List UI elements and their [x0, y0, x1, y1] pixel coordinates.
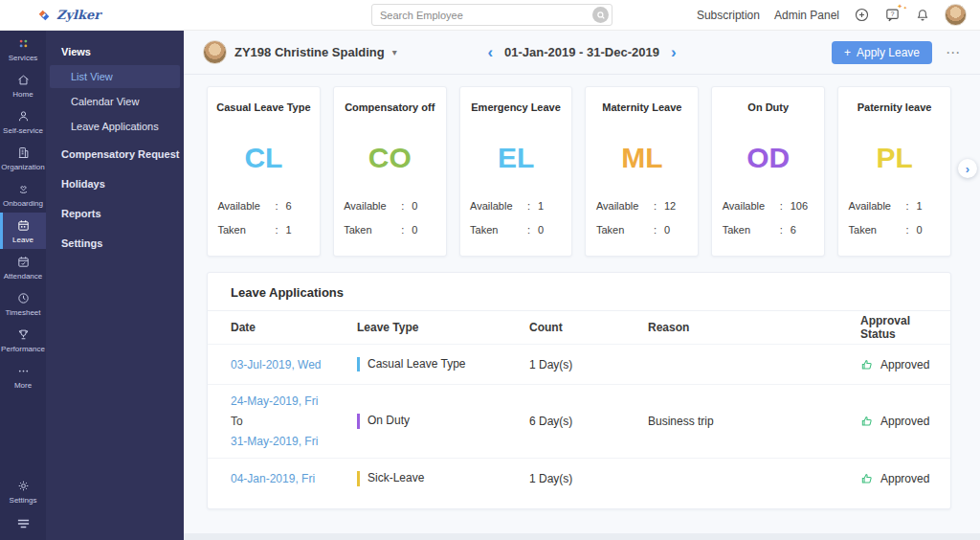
main-content: ZY198 Christine Spalding ▾ ‹ 01-Jan-2019…: [184, 31, 980, 540]
collapse-sidebar-icon[interactable]: [0, 509, 46, 540]
chevron-down-icon: ▾: [392, 47, 397, 57]
sidebar-item-services[interactable]: Services: [0, 31, 46, 67]
leave-applications-card: Leave Applications Date Leave Type Count…: [207, 272, 951, 509]
employee-avatar: [203, 40, 227, 64]
leave-code: PL: [838, 144, 950, 172]
table-row[interactable]: 04-Jan-2019, Fri Sick-Leave 1 Day(s) App…: [208, 459, 950, 499]
more-options-icon[interactable]: ⋯: [946, 44, 961, 61]
nav-list-view[interactable]: List View: [50, 65, 180, 88]
person-icon: [16, 109, 31, 124]
leave-count: 1 Day(s): [529, 472, 648, 485]
leave-date-link[interactable]: 03-Jul-2019, Wed: [231, 358, 357, 371]
subscription-link[interactable]: Subscription: [697, 9, 760, 22]
sidebar-item-self-service[interactable]: Self-service: [0, 103, 46, 140]
user-avatar[interactable]: [945, 4, 967, 26]
leave-count: 6 Day(s): [529, 415, 648, 428]
page-bottom-strip: [184, 533, 980, 540]
prev-period-icon[interactable]: ‹: [487, 44, 493, 60]
leave-date-link[interactable]: 04-Jan-2019, Fri: [231, 472, 357, 485]
nav-compensatory-request[interactable]: Compensatory Request: [46, 141, 184, 168]
leave-code: OD: [712, 144, 824, 172]
table-title: Leave Applications: [208, 273, 950, 311]
table-row[interactable]: 24-May-2019, Fri To 31-May-2019, Fri On …: [208, 385, 950, 459]
brand-name: Zylker: [56, 8, 100, 22]
add-icon[interactable]: [854, 7, 870, 23]
leave-type: Sick-Leave: [357, 471, 529, 486]
leave-date-from-link[interactable]: 24-May-2019, Fri: [231, 394, 357, 408]
sidebar-item-settings[interactable]: Settings: [0, 473, 46, 509]
sidebar-item-leave[interactable]: Leave: [0, 213, 46, 249]
leave-code: EL: [460, 144, 572, 172]
approval-status: Approved: [860, 358, 929, 371]
top-bar: Zylker Subscription Admin Panel ? ✦ ✦: [0, 0, 980, 31]
sparkle-icon: ✦: [897, 3, 902, 10]
zylker-logo-icon: [36, 8, 52, 23]
leave-code: ML: [586, 144, 698, 172]
onboarding-icon: [16, 182, 31, 196]
svg-text:?: ?: [891, 11, 895, 18]
sidebar-item-timesheet[interactable]: Timesheet: [0, 285, 46, 322]
admin-panel-link[interactable]: Admin Panel: [774, 9, 839, 22]
leave-card-maternity[interactable]: Maternity Leave ML Available:12 Taken:0: [585, 86, 699, 257]
col-date: Date: [231, 321, 357, 334]
table-row[interactable]: 03-Jul-2019, Wed Casual Leave Type 1 Day…: [208, 345, 950, 385]
thumbs-up-icon: [860, 358, 874, 371]
sidebar-item-organization[interactable]: Organization: [0, 140, 46, 176]
search-input[interactable]: [372, 10, 592, 21]
leave-card-casual[interactable]: Casual Leave Type CL Available:6 Taken:1: [207, 86, 321, 257]
next-period-icon[interactable]: ›: [671, 44, 677, 60]
employee-selector[interactable]: ZY198 Christine Spalding ▾: [203, 40, 397, 64]
leave-reason: Business trip: [648, 415, 860, 428]
building-icon: [16, 146, 31, 160]
zylker-logo[interactable]: Zylker: [36, 8, 100, 23]
gear-icon: [16, 479, 31, 493]
nav-calendar-view[interactable]: Calendar View: [50, 90, 180, 113]
main-header: ZY198 Christine Spalding ▾ ‹ 01-Jan-2019…: [184, 31, 980, 75]
approval-status: Approved: [860, 472, 929, 485]
sidebar-item-attendance[interactable]: Attendance: [0, 249, 46, 285]
attendance-calendar-check-icon: [16, 255, 31, 269]
sidebar-item-onboarding[interactable]: Onboarding: [0, 176, 46, 213]
leave-type: On Duty: [357, 414, 529, 429]
trophy-icon: [16, 327, 31, 342]
leave-card-compensatory[interactable]: Compensatory off CO Available:0 Taken:0: [333, 86, 447, 257]
leave-card-emergency[interactable]: Emergency Leave EL Available:1 Taken:0: [459, 86, 573, 257]
leave-count: 1 Day(s): [529, 358, 648, 371]
date-range-nav: ‹ 01-Jan-2019 - 31-Dec-2019 ›: [487, 44, 676, 60]
plus-icon: +: [844, 46, 851, 59]
sidebar-item-performance[interactable]: Performance: [0, 322, 46, 358]
to-label: To: [231, 415, 357, 428]
leave-calendar-icon: [16, 218, 31, 233]
nav-reports[interactable]: Reports: [46, 200, 184, 227]
employee-search: [371, 4, 612, 26]
header-actions: + Apply Leave ⋯: [832, 41, 961, 64]
leave-date-to-link[interactable]: 31-May-2019, Fri: [231, 435, 357, 448]
leave-code: CO: [334, 144, 446, 172]
sidebar-item-home[interactable]: Home: [0, 67, 46, 103]
nav-holidays[interactable]: Holidays: [46, 170, 184, 197]
sparkle-icon: ✦: [903, 6, 907, 11]
leave-code: CL: [208, 144, 320, 172]
thumbs-up-icon: [860, 415, 874, 428]
employee-name: ZY198 Christine Spalding: [234, 45, 385, 59]
leave-card-paternity[interactable]: Paternity leave PL Available:1 Taken:0: [837, 86, 951, 257]
col-reason: Reason: [648, 321, 860, 334]
col-count: Count: [529, 321, 648, 334]
col-leave-type: Leave Type: [357, 321, 529, 334]
nav-settings[interactable]: Settings: [46, 230, 184, 257]
date-range[interactable]: 01-Jan-2019 - 31-Dec-2019: [504, 45, 659, 59]
apply-leave-button[interactable]: + Apply Leave: [832, 41, 932, 64]
help-chat-icon[interactable]: ? ✦ ✦: [884, 7, 901, 23]
leave-nav-panel: Views List View Calendar View Leave Appl…: [46, 31, 184, 540]
notifications-bell-icon[interactable]: [915, 8, 930, 23]
topbar-actions: Subscription Admin Panel ? ✦ ✦: [697, 4, 980, 26]
cards-next-icon[interactable]: ›: [958, 159, 977, 178]
search-icon[interactable]: [592, 7, 609, 23]
sidebar-item-more[interactable]: More: [0, 358, 46, 394]
home-icon: [16, 73, 31, 87]
more-ellipsis-icon: [16, 364, 31, 378]
icon-sidebar: Services Home Self-service Organization …: [0, 31, 46, 540]
nav-leave-applications[interactable]: Leave Applications: [50, 115, 180, 138]
table-header-row: Date Leave Type Count Reason Approval St…: [208, 311, 950, 345]
leave-card-on-duty[interactable]: On Duty OD Available:106 Taken:6: [711, 86, 825, 257]
